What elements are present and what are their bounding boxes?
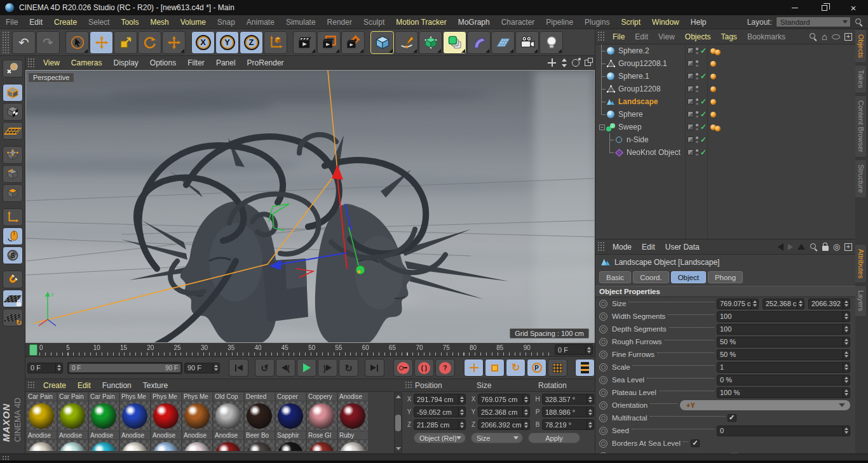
material-name-label[interactable]: Coppery (307, 393, 337, 401)
scrollbar-thumb[interactable] (395, 415, 401, 431)
goto-next-key-button[interactable]: ↻ (339, 359, 358, 377)
render-to-picture-viewer-button[interactable] (317, 31, 341, 54)
texture-tag-icon[interactable] (715, 50, 721, 55)
menu-item[interactable]: Pipeline (540, 18, 579, 27)
spinner-icon[interactable] (843, 363, 850, 372)
menu-item[interactable]: Create (48, 18, 83, 27)
rotation-b-field[interactable]: 78.219 ° (542, 419, 594, 430)
enabled-check-icon[interactable]: ✓ (700, 98, 708, 105)
collapse-expander[interactable]: − (599, 124, 605, 130)
material-name-label[interactable]: Sapphir (276, 431, 306, 440)
viewport-menu-item[interactable]: Filter (182, 58, 210, 67)
goto-start-button[interactable] (229, 359, 248, 377)
texture-tag-icon[interactable] (710, 86, 716, 92)
add-panel-icon[interactable]: + (844, 243, 852, 251)
restore-button[interactable] (810, 0, 839, 15)
camera-button[interactable] (515, 31, 539, 54)
menu-item[interactable]: File (0, 18, 24, 27)
scroll-down-icon[interactable] (396, 447, 401, 450)
texture-tag-icon[interactable] (710, 74, 716, 79)
attribute-grip[interactable] (597, 241, 605, 252)
sea-level-field[interactable]: 0 % (717, 375, 850, 386)
texture-tag-icon[interactable] (710, 112, 716, 117)
object-row[interactable]: Sphere ✓ (595, 108, 855, 121)
material-name-label[interactable]: Rose Gl (307, 431, 337, 440)
material-menu-item[interactable]: Texture (137, 381, 173, 390)
goto-prev-key-button[interactable]: ↺ (255, 359, 275, 377)
lock-y-axis-button[interactable]: Y (215, 31, 239, 54)
object-row[interactable]: Group12208.1 (595, 57, 855, 70)
layer-toggle[interactable] (688, 86, 694, 92)
enabled-check-icon[interactable]: ✓ (700, 72, 708, 80)
spinner-icon[interactable] (843, 337, 850, 347)
keyframe-circle[interactable] (599, 300, 607, 308)
tab-phong[interactable]: Phong (708, 271, 743, 283)
lock-workplane-button[interactable] (3, 290, 23, 307)
key-parameter-button[interactable]: P (527, 359, 546, 377)
material-thumbnail[interactable] (338, 440, 368, 451)
rough-furrows-field[interactable]: 50 % (717, 337, 850, 347)
deformer-bend-button[interactable] (467, 31, 491, 54)
material-thumbnail[interactable] (89, 440, 119, 451)
floor-environment-button[interactable] (491, 31, 515, 54)
range-max-field[interactable]: 90 F (184, 363, 220, 373)
material-name-label[interactable]: Copper (276, 393, 306, 401)
last-tool-button[interactable] (162, 31, 186, 54)
object-row[interactable]: NeoKnot Object ✓ (595, 146, 855, 159)
lock-z-axis-button[interactable]: Z (240, 31, 263, 54)
material-name-label[interactable]: Anodise (151, 431, 181, 440)
enabled-check-icon[interactable]: ✓ (700, 149, 708, 156)
object-manager-menu-item[interactable]: View (653, 32, 680, 41)
material-thumbnail[interactable] (58, 401, 88, 431)
size-x-field[interactable]: 769.075 cm (717, 299, 759, 309)
points-mode-button[interactable] (3, 146, 23, 164)
spinner-icon[interactable] (585, 345, 592, 354)
visibility-dots[interactable] (696, 111, 698, 118)
workplane-mode-button[interactable] (3, 122, 23, 140)
rotation-p-field[interactable]: 188.986 ° (542, 406, 594, 417)
keyframe-circle[interactable] (599, 414, 607, 422)
path-icon[interactable] (832, 34, 840, 39)
menu-item[interactable]: Help (685, 18, 712, 27)
material-menu-item[interactable]: Edit (72, 381, 97, 390)
align-workplane-button[interactable]: ↻ (3, 309, 23, 326)
seed-field[interactable]: 0 (717, 426, 850, 436)
menu-item[interactable]: Mesh (144, 18, 174, 27)
plateau-level-field[interactable]: 100 % (717, 387, 850, 398)
key-scale-button[interactable] (485, 359, 505, 377)
spinner-icon[interactable] (843, 375, 850, 385)
layer-toggle[interactable] (688, 124, 694, 130)
range-min-field[interactable]: 0 F (27, 363, 63, 373)
menu-item[interactable]: Render (322, 18, 358, 27)
spinner-icon[interactable] (843, 350, 850, 359)
spinner-icon[interactable] (522, 394, 529, 404)
redo-button[interactable]: ↷ (36, 31, 60, 54)
material-scrollbar[interactable] (394, 393, 402, 453)
visibility-dots[interactable] (696, 136, 698, 144)
model-mode-button[interactable] (3, 84, 23, 102)
tab-basic[interactable]: Basic (599, 271, 631, 283)
material-thumbnail[interactable] (307, 440, 337, 451)
material-name-label[interactable]: Anodise (338, 393, 368, 401)
size-z-field[interactable]: 2066.392 (808, 299, 850, 309)
material-name-label[interactable]: Anodise (120, 431, 150, 440)
goto-prev-frame-button[interactable]: ( (276, 359, 295, 377)
menu-item[interactable]: Volume (175, 18, 212, 27)
spinner-icon[interactable] (843, 426, 850, 436)
keyframe-circle[interactable] (599, 325, 607, 333)
parent-object-icon[interactable] (797, 244, 805, 250)
material-name-label[interactable]: Anodise (182, 431, 212, 440)
playhead[interactable] (29, 344, 37, 356)
current-frame-field[interactable]: 0 F (555, 344, 593, 355)
material-name-label[interactable]: Anodise (214, 431, 243, 440)
material-name-label[interactable]: Dented (245, 393, 275, 401)
minimize-button[interactable] (780, 0, 810, 15)
object-manager-menu-item[interactable]: File (607, 32, 630, 41)
keyframe-circle[interactable] (599, 427, 607, 435)
enabled-check-icon[interactable]: ✓ (700, 123, 708, 131)
object-row-selected[interactable]: Landscape ✓ (595, 95, 855, 108)
panel-tab[interactable]: Layers (855, 285, 867, 316)
material-thumbnail[interactable] (214, 401, 243, 431)
material-thumbnail[interactable] (276, 440, 306, 451)
search-icon[interactable] (810, 243, 818, 251)
